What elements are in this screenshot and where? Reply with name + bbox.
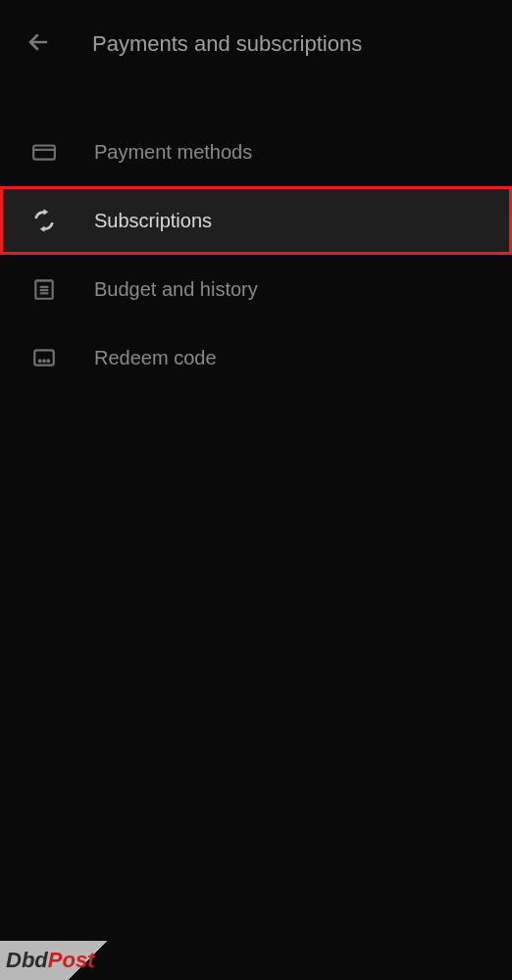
menu-item-label: Budget and history [94, 278, 258, 301]
svg-marker-4 [41, 227, 44, 231]
menu-list: Payment methods Subscriptions [0, 88, 512, 392]
menu-item-redeem-code[interactable]: Redeem code [0, 323, 512, 392]
notepad-icon [31, 276, 57, 302]
card-icon [31, 139, 57, 165]
svg-rect-1 [33, 146, 55, 160]
menu-item-label: Payment methods [94, 141, 252, 164]
code-icon [31, 345, 57, 370]
page-title: Payments and subscriptions [92, 31, 362, 57]
header: Payments and subscriptions [0, 0, 512, 88]
svg-point-15 [39, 360, 41, 362]
svg-marker-3 [44, 210, 47, 214]
menu-item-budget-history[interactable]: Budget and history [0, 255, 512, 323]
menu-item-label: Redeem code [94, 347, 217, 369]
watermark-part1: Dbd [6, 948, 48, 973]
watermark-part2: Post [48, 948, 95, 973]
svg-point-17 [47, 360, 49, 362]
menu-item-subscriptions[interactable]: Subscriptions [0, 186, 512, 255]
back-button[interactable] [24, 29, 53, 59]
menu-item-payment-methods[interactable]: Payment methods [0, 118, 512, 186]
svg-point-16 [43, 360, 45, 362]
svg-rect-14 [34, 350, 54, 365]
sync-icon [31, 208, 57, 233]
watermark: DbdPost [0, 941, 114, 980]
arrow-left-icon [26, 30, 50, 58]
menu-item-label: Subscriptions [94, 210, 212, 232]
